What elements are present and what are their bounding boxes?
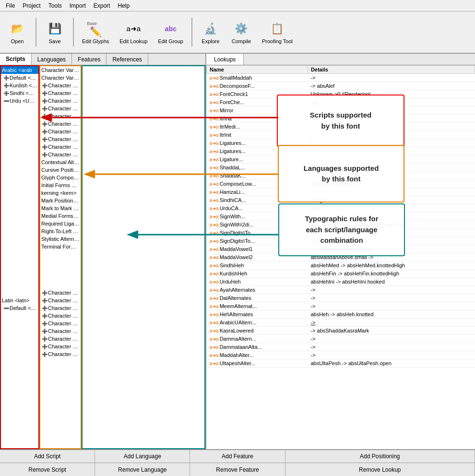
lang-cv80[interactable]: ➕Character Variant 80 <cv80> <box>40 128 81 135</box>
table-row[interactable]: a➜aLigatures...# | <box>207 147 475 155</box>
remove-language-button[interactable]: Remove Language <box>95 463 190 476</box>
lang-fina[interactable]: Terminal Forms <fina> <box>40 243 81 250</box>
tab-references[interactable]: References <box>107 54 148 65</box>
lang-latin-cv78[interactable]: ➕Character Variant 78 <cv78> <box>40 335 81 343</box>
add-positioning-button[interactable]: Add Positioning <box>285 450 475 463</box>
table-row[interactable]: a➜aDecomposeF... -> absAlef <box>207 82 475 90</box>
table-row[interactable]: a➜aMeemAlternat... -> <box>207 302 475 310</box>
lang-init[interactable]: Initial Forms <init> <box>40 181 81 189</box>
add-feature-button[interactable]: Add Feature <box>190 450 285 463</box>
lang-cv70[interactable]: ➕Character Variant 70 <cv70> <box>40 97 81 105</box>
table-row[interactable]: a➜aMaddahAlter... -> <box>207 351 475 359</box>
lang-latin-cv62[interactable]: ➕Character Variant 62 <cv62> <box>40 297 81 304</box>
add-language-button[interactable]: Add Language <box>95 450 190 463</box>
table-row[interactable]: a➜aItrMedi... <box>207 123 475 131</box>
tab-scripts[interactable]: Scripts <box>0 54 32 65</box>
script-default[interactable]: ➕Default <dflt> <box>1 74 38 82</box>
script-sindhi[interactable]: ➕Sindhi <SND <box>1 89 38 97</box>
edit-glyphs-button[interactable]: Base ✏️ Edit Glyphs <box>78 15 113 49</box>
menu-import[interactable]: Import <box>66 1 90 10</box>
lang-cv90[interactable]: ➕Character Variant 90 <cv90> <box>40 143 81 151</box>
table-row[interactable]: a➜aLigatures... | <box>207 139 475 147</box>
lang-cv44[interactable]: Character Variant 44 <cv44> <box>40 74 81 82</box>
table-row[interactable]: a➜aHamzaLi... <box>207 188 475 196</box>
lang-cv74[interactable]: ➕Character Variant 74 <cv74> <box>40 112 81 120</box>
table-row[interactable]: a➜aDalAlternates -> <box>207 294 475 302</box>
lang-curs[interactable]: Cursive Positioning <curs> <box>40 166 81 174</box>
lang-cv50[interactable]: ➕Character Variant 50 <cv50> <box>40 82 81 89</box>
table-row[interactable]: a➜aMaddaVowel2absMaddahAbove.small -> <box>207 253 475 262</box>
lang-mkmk[interactable]: Mark to Mark Positioning <mkmk> <box>40 204 81 212</box>
table-row[interactable]: a➜aSindhiCA... ldHigh <box>207 196 475 204</box>
table-row[interactable]: a➜aDammataanAlta... -> <box>207 343 475 351</box>
lang-cv78[interactable]: ➕Character Variant 78 <cv78> <box>40 120 81 128</box>
lang-salt[interactable]: Stylistic Alternates <salt> <box>40 235 81 243</box>
lang-rtlm[interactable]: Right-To-Left Mirrored Forms <rtlm> <box>40 227 81 235</box>
tab-lookups[interactable]: Lookups <box>206 54 244 65</box>
table-row[interactable]: a➜aSignDigits\To... -> # | <box>207 237 475 245</box>
table-row[interactable]: a➜aMirror <box>207 107 475 115</box>
add-script-button[interactable]: Add Script <box>0 450 95 463</box>
table-row[interactable]: a➜aUrduHehabsHehIni -> absHehIni.hooked <box>207 278 475 286</box>
menu-help[interactable]: Help <box>114 1 133 10</box>
menu-project[interactable]: Project <box>19 1 44 10</box>
table-row[interactable]: a➜aSignWith... < <box>207 213 475 221</box>
table-row[interactable]: a➜aLigature...# <box>207 155 475 164</box>
table-row[interactable]: a➜aSignWith\2di...absNumberSign -> absNu… <box>207 221 475 229</box>
lang-rlig[interactable]: Required Ligatures <rlig> <box>40 220 81 227</box>
table-row[interactable]: a➜aUltapeshAlter...absUltaPesh -> absUlt… <box>207 359 475 368</box>
script-kurdish[interactable]: ➕Kurdish <KUR <box>1 82 38 89</box>
remove-script-button[interactable]: Remove Script <box>0 463 95 476</box>
table-row[interactable]: a➜aArabicUAltern... -> <box>207 319 475 327</box>
table-row[interactable]: a➜aKasraLowered -> absShaddaKasraMark <box>207 327 475 335</box>
table-row[interactable]: a➜aSignDigits\To... -> # | <box>207 229 475 237</box>
script-arabic[interactable]: Arabic <arab <box>1 66 38 74</box>
explore-button[interactable]: 🔬 Explore <box>196 15 225 49</box>
table-row[interactable]: a➜aComposeLow....absHamzaAbove -> <box>207 180 475 188</box>
tab-features[interactable]: Features <box>72 54 107 65</box>
table-row[interactable]: a➜aFontChe... ngl <box>207 98 475 107</box>
open-button[interactable]: 📂 Open <box>3 15 32 49</box>
menu-file[interactable]: File <box>2 1 19 10</box>
lang-kern[interactable]: kerning <kern> <box>40 189 81 197</box>
lang-latin-cv60[interactable]: ➕Character Variant 60 <cv60> <box>40 289 81 297</box>
lang-cv84[interactable]: ➕Character Variant 84 <cv84> <box>40 135 81 143</box>
table-row[interactable]: a➜aShaddaL... haddaLigatures> <box>207 164 475 172</box>
compile-button[interactable]: ⚙️ Compile <box>227 15 256 49</box>
remove-lookup-button[interactable]: Remove Lookup <box>285 463 475 476</box>
menu-export[interactable]: Export <box>90 1 114 10</box>
tab-languages[interactable]: Languages <box>32 54 72 65</box>
script-latin[interactable]: Latin <latn> <box>1 297 38 304</box>
save-button[interactable]: 💾 Save <box>40 15 69 49</box>
table-row[interactable]: a➜aItrIna <box>207 115 475 123</box>
lang-ccmp[interactable]: Glyph Composition Decomposition <ccmp> <box>40 174 81 181</box>
lang-medi[interactable]: Medial Forms <medi> <box>40 212 81 220</box>
table-row[interactable]: a➜aMaddaVowel1 -> absMaddahAbove.small <box>207 245 475 253</box>
lang-mark[interactable]: Mark Positioning <mark> <box>40 197 81 204</box>
script-urdu[interactable]: ➖Urdu <URD> <box>1 97 38 105</box>
table-row[interactable]: a➜aSindhiHehabsHehMed -> absHehMed.knott… <box>207 262 475 270</box>
table-row[interactable]: a➜aItrInit <box>207 131 475 139</box>
lang-cv60[interactable]: ➕Character Variant 60 <cv60> <box>40 89 81 97</box>
lang-latin-cv84[interactable]: ➕Character Variant 84 <cv84> <box>40 350 81 358</box>
table-row[interactable]: a➜aDammaAltern... -> <box>207 335 475 343</box>
lang-calt[interactable]: Contextual Alternates <calt> <box>40 158 81 166</box>
lang-latin-cv72[interactable]: ➕Character Variant 72 <cv72> <box>40 312 81 320</box>
table-row[interactable]: a➜aKurdishHehabsHehFin -> absHehFin.knot… <box>207 270 475 278</box>
table-row[interactable]: a➜aAyahAlternates -> <box>207 286 475 294</box>
script-latin-default[interactable]: ➖Default <dflt> <box>1 304 38 312</box>
lang-cv72[interactable]: ➕Character Variant 72 <cv72> <box>40 105 81 112</box>
lang-cv92[interactable]: ➕Character Variant 92 <cv92> <box>40 151 81 158</box>
remove-feature-button[interactable]: Remove Feature <box>190 463 285 476</box>
lang-latin-cv80[interactable]: ➕Character Variant 80 <cv80> <box>40 343 81 350</box>
table-row[interactable]: a➜aSmallMaddah -> <box>207 74 475 82</box>
table-row[interactable]: a➜aFontCheck1Unknown->0 #Rendering| <box>207 90 475 98</box>
edit-group-button[interactable]: abc Edit Group <box>154 15 188 49</box>
lang-latin-cv70[interactable]: ➕Character Variant 70 <cv70> <box>40 304 81 312</box>
proofing-tool-button[interactable]: 📋 Proofing Tool <box>258 15 297 49</box>
edit-lookup-button[interactable]: a➜a Edit Lookup <box>115 15 152 49</box>
lang-latin-cv74[interactable]: ➕Character Variant 74 <cv74> <box>40 320 81 327</box>
table-row[interactable]: a➜aUrduCA... urdu <box>207 204 475 213</box>
lang-cv12[interactable]: Character Variant 12 <cv12> <box>40 66 81 74</box>
menu-tools[interactable]: Tools <box>45 1 66 10</box>
